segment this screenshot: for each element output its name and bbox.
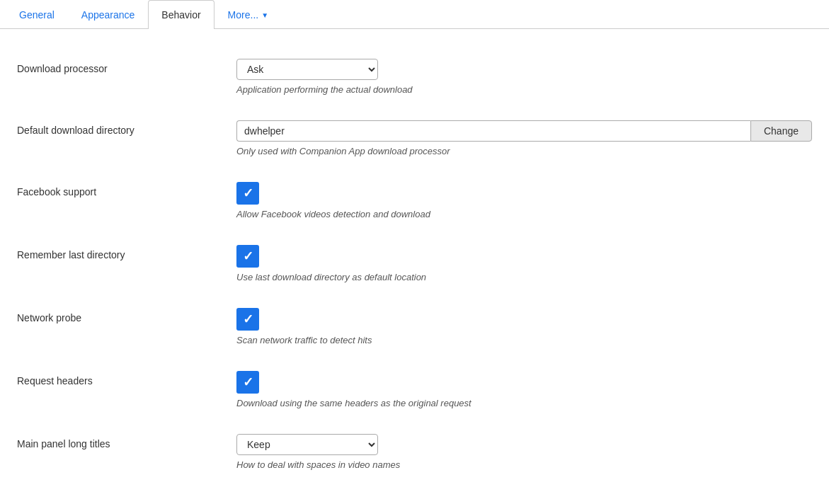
setting-row-facebook-support: Facebook support ✓ Allow Facebook videos… xyxy=(17,169,812,232)
long-titles-control: Keep Truncate Wrap How to deal with spac… xyxy=(236,434,812,470)
network-probe-checkbox[interactable]: ✓ xyxy=(236,308,259,331)
tab-behavior[interactable]: Behavior xyxy=(148,0,214,29)
setting-row-network-probe: Network probe ✓ Scan network traffic to … xyxy=(17,295,812,358)
tab-more[interactable]: More... ▼ xyxy=(215,0,282,29)
download-processor-select[interactable]: Ask Built-in Companion App xyxy=(236,59,378,80)
default-directory-input[interactable] xyxy=(236,120,750,142)
chevron-down-icon: ▼ xyxy=(261,11,268,19)
checkmark-icon: ✓ xyxy=(243,250,253,263)
setting-row-download-processor: Download processor Ask Built-in Companio… xyxy=(17,46,812,108)
long-titles-hint: How to deal with spaces in video names xyxy=(236,459,812,470)
tab-bar: General Appearance Behavior More... ▼ xyxy=(0,0,829,29)
request-headers-hint: Download using the same headers as the o… xyxy=(236,398,812,408)
setting-row-long-titles: Main panel long titles Keep Truncate Wra… xyxy=(17,421,812,483)
default-directory-hint: Only used with Companion App download pr… xyxy=(236,146,812,156)
tab-general[interactable]: General xyxy=(6,0,68,29)
remember-directory-label: Remember last directory xyxy=(17,245,236,260)
network-probe-label: Network probe xyxy=(17,308,236,323)
tab-more-label: More... xyxy=(228,9,259,21)
request-headers-checkbox[interactable]: ✓ xyxy=(236,371,259,394)
long-titles-label: Main panel long titles xyxy=(17,434,236,449)
checkmark-icon: ✓ xyxy=(243,187,253,200)
download-processor-control: Ask Built-in Companion App Application p… xyxy=(236,59,812,95)
default-directory-control: Change Only used with Companion App down… xyxy=(236,120,812,156)
change-directory-button[interactable]: Change xyxy=(750,120,812,142)
network-probe-control: ✓ Scan network traffic to detect hits xyxy=(236,308,812,345)
settings-content: Download processor Ask Built-in Companio… xyxy=(0,29,829,500)
facebook-support-label: Facebook support xyxy=(17,182,236,197)
download-processor-label: Download processor xyxy=(17,59,236,74)
network-probe-hint: Scan network traffic to detect hits xyxy=(236,335,812,345)
download-processor-hint: Application performing the actual downlo… xyxy=(236,84,812,95)
remember-directory-checkbox[interactable]: ✓ xyxy=(236,245,259,268)
checkmark-icon: ✓ xyxy=(243,313,253,326)
setting-row-remember-directory: Remember last directory ✓ Use last downl… xyxy=(17,232,812,295)
request-headers-control: ✓ Download using the same headers as the… xyxy=(236,371,812,408)
directory-input-group: Change xyxy=(236,120,812,142)
setting-row-default-directory: Default download directory Change Only u… xyxy=(17,108,812,169)
facebook-support-checkbox[interactable]: ✓ xyxy=(236,182,259,205)
tab-appearance[interactable]: Appearance xyxy=(68,0,149,29)
request-headers-label: Request headers xyxy=(17,371,236,386)
remember-directory-control: ✓ Use last download directory as default… xyxy=(236,245,812,282)
setting-row-request-headers: Request headers ✓ Download using the sam… xyxy=(17,358,812,421)
default-directory-label: Default download directory xyxy=(17,120,236,136)
long-titles-select[interactable]: Keep Truncate Wrap xyxy=(236,434,378,455)
facebook-support-control: ✓ Allow Facebook videos detection and do… xyxy=(236,182,812,219)
facebook-support-hint: Allow Facebook videos detection and down… xyxy=(236,209,812,219)
checkmark-icon: ✓ xyxy=(243,376,253,389)
remember-directory-hint: Use last download directory as default l… xyxy=(236,272,812,282)
